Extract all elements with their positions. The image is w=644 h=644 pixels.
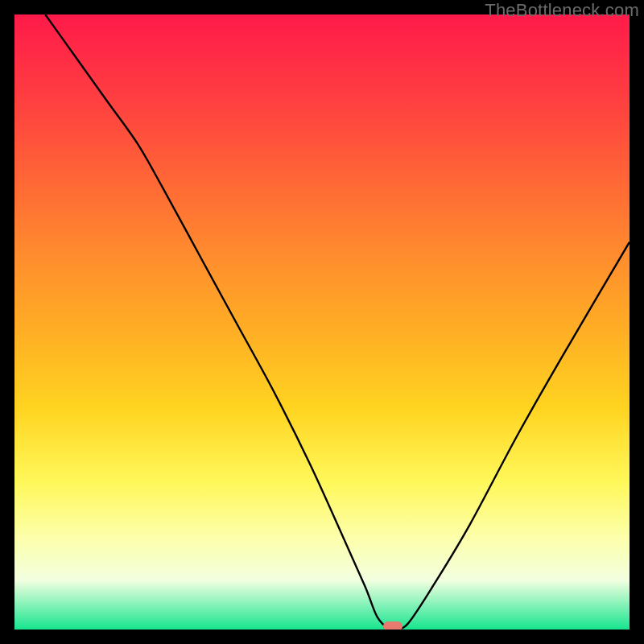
watermark-text: TheBottleneck.com — [485, 0, 639, 21]
bottleneck-curve — [45, 14, 630, 630]
curve-layer — [14, 14, 630, 630]
chart-frame: TheBottleneck.com — [0, 0, 644, 644]
min-marker — [383, 621, 402, 630]
plot-area — [14, 14, 630, 630]
